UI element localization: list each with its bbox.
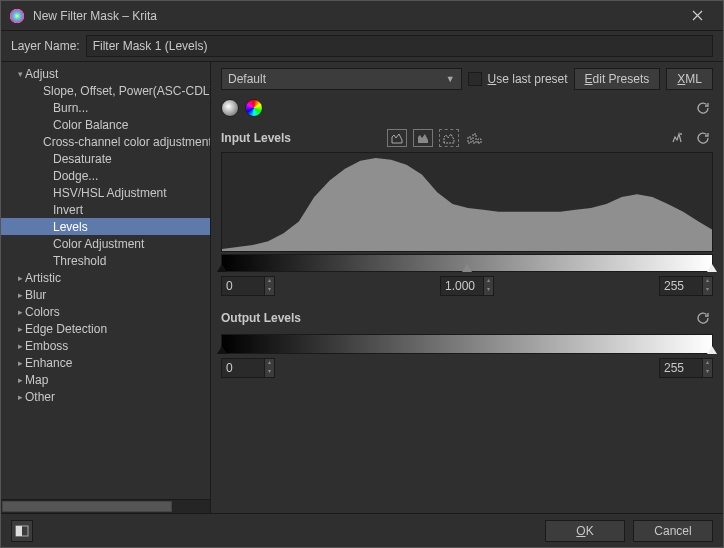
tree-item-colors[interactable]: ▸Colors xyxy=(1,303,210,320)
input-levels-label: Input Levels xyxy=(221,131,321,145)
tree-item-dodge[interactable]: Dodge... xyxy=(1,167,210,184)
output-black-handle[interactable] xyxy=(217,346,227,354)
scale-hist-icon[interactable] xyxy=(439,129,459,147)
close-button[interactable] xyxy=(679,2,715,30)
output-levels-label: Output Levels xyxy=(221,311,321,325)
filter-tree[interactable]: ▾AdjustSlope, Offset, Power(ASC-CDL)Burn… xyxy=(1,62,210,499)
tree-item-color-balance[interactable]: Color Balance xyxy=(1,116,210,133)
tree-item-hsv-hsl-adjustment[interactable]: HSV/HSL Adjustment xyxy=(1,184,210,201)
input-black-spin[interactable]: 0▴▾ xyxy=(221,276,275,296)
tree-item-desaturate[interactable]: Desaturate xyxy=(1,150,210,167)
output-white-spin[interactable]: 255▴▾ xyxy=(659,358,713,378)
scrollbar-thumb[interactable] xyxy=(2,501,172,512)
cancel-button[interactable]: Cancel xyxy=(633,520,713,542)
dialog-window: New Filter Mask – Krita Layer Name: ▾Adj… xyxy=(0,0,724,548)
input-white-spin[interactable]: 255▴▾ xyxy=(659,276,713,296)
tree-item-edge-detection[interactable]: ▸Edge Detection xyxy=(1,320,210,337)
tree-item-color-adjustment[interactable]: Color Adjustment xyxy=(1,235,210,252)
preset-combo-value: Default xyxy=(228,72,266,86)
tree-item-slope-offset-power-asc-cdl[interactable]: Slope, Offset, Power(ASC-CDL) xyxy=(1,82,210,99)
title-bar: New Filter Mask – Krita xyxy=(1,1,723,31)
tree-item-levels[interactable]: Levels xyxy=(1,218,210,235)
tree-item-adjust[interactable]: ▾Adjust xyxy=(1,65,210,82)
input-white-handle[interactable] xyxy=(707,264,717,272)
reset-channel-icon[interactable] xyxy=(693,98,713,118)
reset-output-icon[interactable] xyxy=(693,308,713,328)
scale-fit-icon[interactable] xyxy=(465,129,485,147)
tree-item-burn[interactable]: Burn... xyxy=(1,99,210,116)
layer-name-row: Layer Name: xyxy=(1,31,723,62)
linear-hist-icon[interactable] xyxy=(387,129,407,147)
tree-item-other[interactable]: ▸Other xyxy=(1,388,210,405)
auto-levels-icon[interactable] xyxy=(667,128,687,148)
output-gradient-slider[interactable] xyxy=(221,334,713,354)
input-histogram xyxy=(221,152,713,252)
input-black-handle[interactable] xyxy=(217,264,227,272)
tree-scrollbar[interactable] xyxy=(1,499,210,513)
reset-input-icon[interactable] xyxy=(693,128,713,148)
window-title: New Filter Mask – Krita xyxy=(33,9,679,23)
input-gradient-slider[interactable] xyxy=(221,254,713,272)
dialog-footer: OK Cancel xyxy=(1,513,723,547)
use-last-preset-label: Use last preset xyxy=(488,72,568,86)
log-hist-icon[interactable] xyxy=(413,129,433,147)
tree-item-threshold[interactable]: Threshold xyxy=(1,252,210,269)
output-black-spin[interactable]: 0▴▾ xyxy=(221,358,275,378)
layer-name-label: Layer Name: xyxy=(11,39,80,53)
svg-marker-2 xyxy=(222,158,712,251)
output-white-handle[interactable] xyxy=(707,346,717,354)
filter-tree-panel: ▾AdjustSlope, Offset, Power(ASC-CDL)Burn… xyxy=(1,62,211,513)
tree-item-invert[interactable]: Invert xyxy=(1,201,210,218)
svg-rect-4 xyxy=(16,526,22,536)
svg-point-1 xyxy=(680,133,682,135)
tree-item-enhance[interactable]: ▸Enhance xyxy=(1,354,210,371)
use-last-preset-checkbox[interactable] xyxy=(468,72,482,86)
edit-presets-button[interactable]: Edit Presets xyxy=(574,68,661,90)
tree-item-map[interactable]: ▸Map xyxy=(1,371,210,388)
ok-button[interactable]: OK xyxy=(545,520,625,542)
xml-button[interactable]: XML xyxy=(666,68,713,90)
all-channels-icon[interactable] xyxy=(245,99,263,117)
layer-name-input[interactable] xyxy=(86,35,713,57)
preset-combo[interactable]: Default ▼ xyxy=(221,68,462,90)
preview-toggle[interactable] xyxy=(11,520,33,542)
filter-settings-panel: Default ▼ Use last preset Edit Presets X… xyxy=(211,62,723,513)
chevron-down-icon: ▼ xyxy=(446,74,455,84)
tree-item-emboss[interactable]: ▸Emboss xyxy=(1,337,210,354)
app-icon xyxy=(9,8,25,24)
lightness-channel-icon[interactable] xyxy=(221,99,239,117)
tree-item-cross-channel-color-adjustment[interactable]: Cross-channel color adjustment xyxy=(1,133,210,150)
tree-item-blur[interactable]: ▸Blur xyxy=(1,286,210,303)
tree-item-artistic[interactable]: ▸Artistic xyxy=(1,269,210,286)
input-gamma-spin[interactable]: 1.000▴▾ xyxy=(440,276,494,296)
input-gamma-handle[interactable] xyxy=(462,264,472,272)
